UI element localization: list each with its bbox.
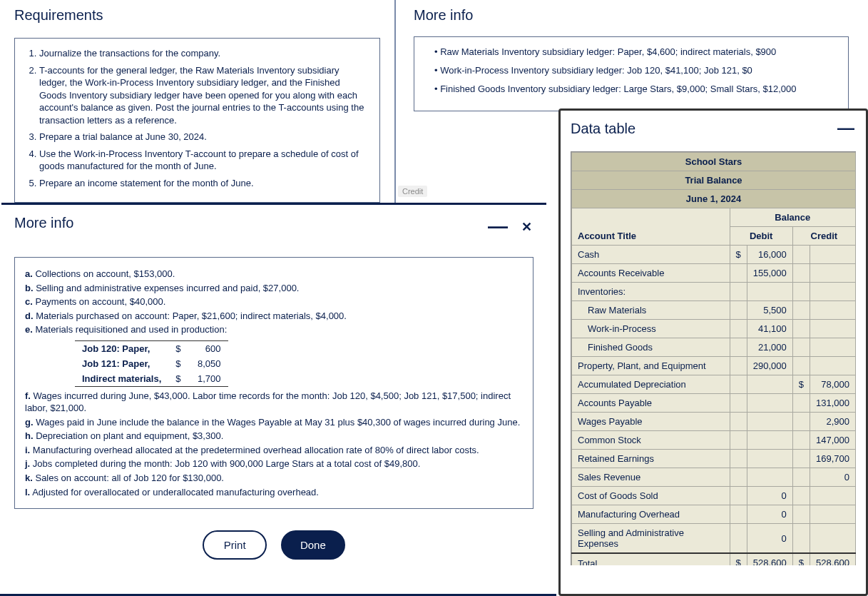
tb-debit-hdr: Debit: [730, 227, 792, 246]
tb-debit: [747, 450, 792, 468]
table-row: Raw Materials5,500: [572, 301, 856, 320]
tb-total-csym: $: [792, 553, 810, 565]
requirements-box: Journalize the transactions for the comp…: [14, 38, 380, 203]
tb-account-title: Work-in-Process: [572, 320, 730, 338]
tb-credit: [810, 264, 856, 283]
requirement-item: Prepare a trial balance at June 30, 2024…: [39, 131, 369, 143]
table-row: Accounts Receivable155,000: [572, 264, 856, 283]
more-info-bottom-title: More info: [14, 215, 533, 231]
credit-stub: Credit: [398, 186, 427, 197]
tb-credit: 131,000: [810, 394, 856, 413]
materials-row: Job 121: Paper,$8,050: [75, 356, 228, 371]
tb-account-title: Raw Materials: [572, 301, 730, 320]
requirement-item: Use the Work-in-Process Inventory T-acco…: [39, 148, 369, 173]
transaction-line: b. Selling and administrative expenses i…: [25, 282, 523, 295]
tb-credit: [810, 246, 856, 264]
tb-account-title: Retained Earnings: [572, 450, 730, 468]
tb-debit: [747, 375, 792, 394]
tb-account-title: Accounts Receivable: [572, 264, 730, 283]
tb-credit: [810, 524, 856, 554]
tb-debit: 21,000: [747, 338, 792, 357]
tb-debit: [747, 394, 792, 413]
transaction-line: g. Wages paid in June include the balanc…: [25, 416, 523, 429]
tb-total-debit: 528,600: [747, 553, 792, 565]
done-button[interactable]: Done: [281, 530, 345, 560]
tb-credit: 0: [810, 468, 856, 487]
tb-credit: [810, 487, 856, 505]
tb-total-label: Total: [572, 553, 730, 565]
data-table-scroll[interactable]: School Stars Trial Balance June 1, 2024 …: [571, 151, 856, 565]
tb-debit: 5,500: [747, 301, 792, 320]
tb-debit: 290,000: [747, 357, 792, 375]
more-info-top-title: More info: [414, 7, 849, 24]
tb-credit: [810, 283, 856, 301]
transaction-line: h. Depreciation on plant and equipment, …: [25, 430, 523, 443]
tb-account-title: Selling and Administrative Expenses: [572, 524, 730, 554]
tb-debit: 16,000: [747, 246, 792, 264]
tb-debit: [747, 413, 792, 431]
materials-table: Job 120: Paper,$600Job 121: Paper,$8,050…: [75, 340, 228, 387]
tb-account-title: Sales Revenue: [572, 468, 730, 487]
table-row: Property, Plant, and Equipment290,000: [572, 357, 856, 375]
tb-credit: 169,700: [810, 450, 856, 468]
tb-account-title: Cost of Goods Sold: [572, 487, 730, 505]
requirement-item: Prepare an income statement for the mont…: [39, 177, 369, 190]
more-info-bottom-box: a. Collections on account, $153,000.b. S…: [14, 257, 533, 509]
tb-date: June 1, 2024: [572, 190, 856, 208]
tb-total-credit: 528,600: [810, 553, 856, 565]
transaction-line: l. Adjusted for overallocated or underal…: [25, 486, 523, 499]
more-info-bullet: Finished Goods Inventory subsidiary ledg…: [434, 83, 838, 96]
transaction-line: a. Collections on account, $153,000.: [25, 268, 523, 281]
transaction-line: f. Wages incurred during June, $43,000. …: [25, 390, 523, 415]
requirements-list: Journalize the transactions for the comp…: [25, 47, 369, 189]
table-row: Cost of Goods Sold0: [572, 487, 856, 505]
tb-credit: 78,000: [810, 375, 856, 394]
requirement-item: Journalize the transactions for the comp…: [39, 47, 369, 60]
table-row: Retained Earnings169,700: [572, 450, 856, 468]
tb-debit: 0: [747, 505, 792, 524]
tb-report: Trial Balance: [572, 171, 856, 190]
table-row: Wages Payable2,900: [572, 413, 856, 431]
table-row: Manufacturing Overhead0: [572, 505, 856, 524]
transaction-line: d. Materials purchased on account: Paper…: [25, 310, 523, 323]
tb-account-title: Common Stock: [572, 431, 730, 450]
tb-debit: 0: [747, 487, 792, 505]
minimize-icon[interactable]: —: [837, 118, 854, 138]
tb-company: School Stars: [572, 153, 856, 171]
more-info-bullet: Work-in-Process Inventory subsidiary led…: [434, 64, 838, 77]
transaction-line: i. Manufacturing overhead allocated at t…: [25, 444, 523, 457]
tb-balance-hdr: Balance: [730, 208, 855, 227]
tb-credit: [810, 301, 856, 320]
table-row: Finished Goods21,000: [572, 338, 856, 357]
requirements-title: Requirements: [14, 7, 380, 24]
table-row: Cash$16,000: [572, 246, 856, 264]
transaction-line: k. Sales on account: all of Job 120 for …: [25, 472, 523, 485]
more-info-top-list: Raw Materials Inventory subsidiary ledge…: [424, 46, 838, 96]
table-row: Accumulated Depreciation$78,000: [572, 375, 856, 394]
materials-row: Job 120: Paper,$600: [75, 340, 228, 356]
transaction-line: e. Materials requisitioned and used in p…: [25, 323, 523, 336]
transaction-line: j. Jobs completed during the month: Job …: [25, 458, 523, 470]
close-icon[interactable]: ✕: [521, 220, 532, 234]
table-row: Inventories:: [572, 283, 856, 301]
tb-credit: [810, 320, 856, 338]
minimize-icon[interactable]: —: [488, 215, 508, 237]
tb-debit: 41,100: [747, 320, 792, 338]
more-info-bullet: Raw Materials Inventory subsidiary ledge…: [434, 46, 838, 59]
table-row: Sales Revenue0: [572, 468, 856, 487]
tb-credit-hdr: Credit: [792, 227, 855, 246]
table-row: Accounts Payable131,000: [572, 394, 856, 413]
requirements-panel: Requirements Journalize the transactions…: [0, 0, 396, 210]
data-table-title: Data table: [571, 121, 856, 137]
transaction-line: c. Payments on account, $40,000.: [25, 296, 523, 308]
tb-credit: 2,900: [810, 413, 856, 431]
print-button[interactable]: Print: [203, 530, 267, 560]
tb-debit: [747, 468, 792, 487]
tb-credit: [810, 505, 856, 524]
requirement-item: T-accounts for the general ledger, the R…: [39, 64, 369, 127]
table-row: Selling and Administrative Expenses0: [572, 524, 856, 554]
tb-debit: [747, 283, 792, 301]
table-row: Common Stock147,000: [572, 431, 856, 450]
tb-account-title: Inventories:: [572, 283, 730, 301]
more-info-bottom-panel: — ✕ More info a. Collections on account,…: [1, 203, 546, 588]
